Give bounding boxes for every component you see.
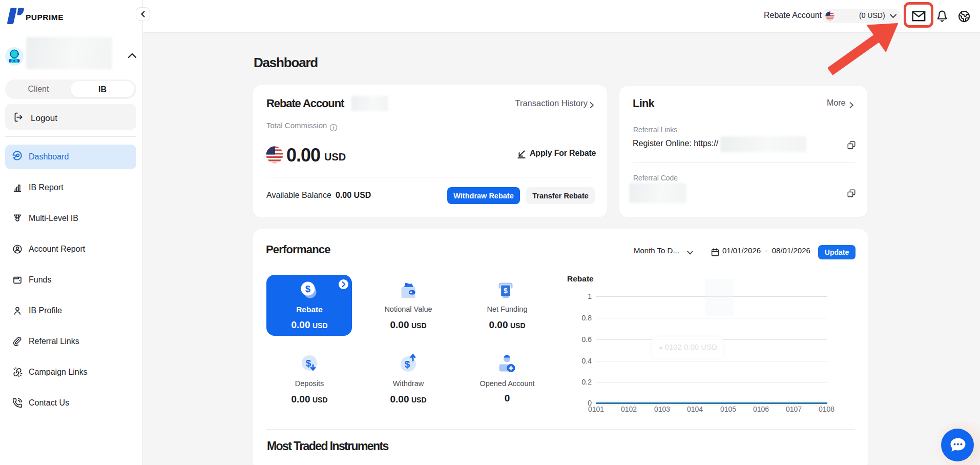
svg-text:$: $: [504, 287, 508, 295]
svg-text:$: $: [306, 358, 311, 369]
svg-text:PUPRIME: PUPRIME: [26, 13, 64, 22]
svg-text:$: $: [405, 359, 410, 370]
svg-text:$: $: [305, 284, 311, 294]
